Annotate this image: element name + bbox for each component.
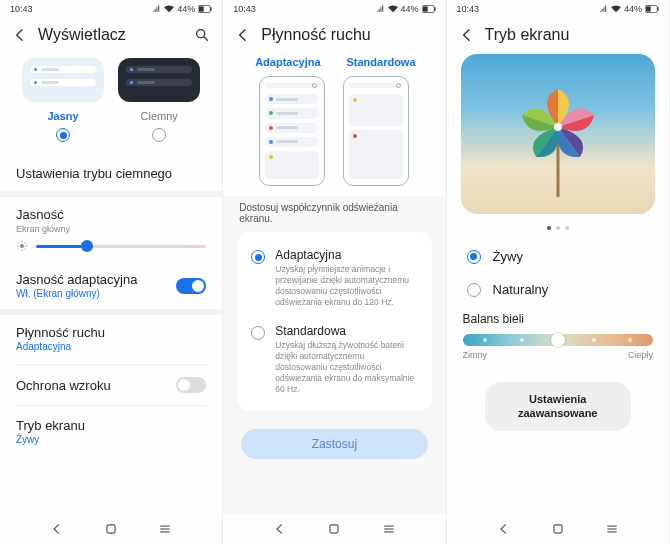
theme-label-dark: Ciemny: [118, 110, 200, 122]
refresh-options: Adaptacyjna Uzyskaj płynniejsze animacje…: [237, 232, 431, 411]
svg-rect-2: [211, 7, 212, 11]
nav-recents-icon[interactable]: [158, 522, 172, 536]
status-time: 10:43: [457, 4, 480, 14]
tab-adaptive[interactable]: Adaptacyjna: [249, 56, 327, 68]
color-preview[interactable]: [461, 54, 655, 214]
svg-rect-13: [107, 525, 115, 533]
screen-display-settings: 10:43 44% Wyświetlacz Jasny Ciemny Ustaw…: [0, 0, 223, 544]
theme-preview-dark[interactable]: [118, 58, 200, 102]
nav-recents-icon[interactable]: [382, 522, 396, 536]
preview-pager[interactable]: [447, 220, 669, 240]
radio-vivid[interactable]: [467, 250, 481, 264]
radio-standard[interactable]: [251, 326, 265, 340]
svg-line-11: [18, 249, 19, 250]
eye-comfort-row[interactable]: Ochrona wzroku: [0, 367, 222, 403]
header: Wyświetlacz: [0, 18, 222, 54]
svg-rect-19: [434, 7, 435, 11]
header: Płynność ruchu: [223, 18, 445, 54]
nav-bar: [0, 514, 222, 544]
brightness-slider-group: Ekran główny: [0, 224, 222, 262]
status-right: 44%: [152, 4, 212, 14]
white-balance-label: Balans bieli: [463, 312, 653, 326]
page-title: Płynność ruchu: [261, 26, 433, 44]
svg-rect-18: [422, 6, 427, 11]
status-bar: 10:43 44%: [223, 0, 445, 18]
nav-back-icon[interactable]: [497, 522, 511, 536]
adaptive-brightness-label: Jasność adaptacyjna: [16, 272, 137, 287]
option-adaptive[interactable]: Adaptacyjna Uzyskaj płynniejsze animacje…: [237, 240, 431, 316]
svg-rect-25: [646, 6, 651, 11]
svg-line-12: [25, 242, 26, 243]
status-time: 10:43: [10, 4, 33, 14]
back-icon[interactable]: [12, 27, 28, 43]
theme-radio-dark[interactable]: [152, 128, 166, 142]
status-bar: 10:43 44%: [0, 0, 222, 18]
brightness-icon: [16, 240, 28, 252]
svg-point-4: [20, 244, 24, 248]
screen-motion-smoothness: 10:43 44% Płynność ruchu Adaptacyjna Sta…: [223, 0, 446, 544]
brightness-sublabel: Ekran główny: [16, 224, 206, 234]
brightness-heading: Jasność: [0, 197, 222, 224]
svg-rect-20: [330, 525, 338, 533]
theme-previews: [0, 54, 222, 106]
nav-bar: [447, 514, 669, 544]
theme-label-light: Jasny: [22, 110, 104, 122]
dark-mode-settings[interactable]: Ustawienia trybu ciemnego: [0, 156, 222, 191]
brightness-slider[interactable]: [36, 245, 206, 248]
theme-radio-light[interactable]: [56, 128, 70, 142]
mode-option-vivid[interactable]: Żywy: [447, 240, 669, 273]
page-title: Tryb ekranu: [485, 26, 657, 44]
white-balance-slider[interactable]: [463, 334, 653, 346]
advanced-settings-button[interactable]: Ustawienia zaawansowane: [485, 382, 631, 431]
nav-back-icon[interactable]: [50, 522, 64, 536]
back-icon[interactable]: [459, 27, 475, 43]
svg-rect-1: [199, 6, 204, 11]
wb-cold: Zimny: [463, 350, 488, 360]
theme-preview-light[interactable]: [22, 58, 104, 102]
search-icon[interactable]: [194, 27, 210, 43]
pinwheel-icon: [503, 77, 613, 197]
mode-option-natural[interactable]: Naturalny: [447, 273, 669, 306]
illus-adaptive: [259, 76, 325, 186]
preview-tabs: Adaptacyjna Standardowa: [223, 54, 445, 72]
header: Tryb ekranu: [447, 18, 669, 54]
option-standard[interactable]: Standardowa Uzyskaj dłuższą żywotność ba…: [237, 316, 431, 403]
status-time: 10:43: [233, 4, 256, 14]
svg-rect-29: [554, 525, 562, 533]
adaptive-brightness-row[interactable]: Jasność adaptacyjna Wł. (Ekran główny): [0, 262, 222, 309]
nav-home-icon[interactable]: [551, 522, 565, 536]
nav-back-icon[interactable]: [273, 522, 287, 536]
screen-mode-row[interactable]: Tryb ekranu Żywy: [0, 408, 222, 455]
wb-warm: Ciepły: [628, 350, 653, 360]
back-icon[interactable]: [235, 27, 251, 43]
motion-smoothness-row[interactable]: Płynność ruchu Adaptacyjna: [0, 315, 222, 362]
refresh-illustration: [223, 72, 445, 196]
radio-natural[interactable]: [467, 283, 481, 297]
svg-line-10: [25, 249, 26, 250]
apply-button[interactable]: Zastosuj: [241, 429, 427, 459]
refresh-desc: Dostosuj współczynnik odświeżania ekranu…: [223, 196, 445, 232]
nav-home-icon[interactable]: [104, 522, 118, 536]
screen-mode: 10:43 44% Tryb ekranu: [447, 0, 670, 544]
svg-rect-26: [657, 7, 658, 11]
page-title: Wyświetlacz: [38, 26, 194, 44]
adaptive-brightness-sub: Wł. (Ekran główny): [16, 288, 137, 299]
status-bar: 10:43 44%: [447, 0, 669, 18]
nav-recents-icon[interactable]: [605, 522, 619, 536]
svg-point-3: [197, 30, 205, 38]
adaptive-brightness-toggle[interactable]: [176, 278, 206, 294]
svg-point-28: [554, 123, 562, 131]
illus-standard: [343, 76, 409, 186]
nav-home-icon[interactable]: [327, 522, 341, 536]
nav-bar: [223, 514, 445, 544]
eye-comfort-toggle[interactable]: [176, 377, 206, 393]
svg-line-9: [18, 242, 19, 243]
white-balance-section: Balans bieli Zimny Ciepły: [447, 306, 669, 366]
tab-standard[interactable]: Standardowa: [342, 56, 420, 68]
status-battery: 44%: [177, 4, 195, 14]
radio-adaptive[interactable]: [251, 250, 265, 264]
